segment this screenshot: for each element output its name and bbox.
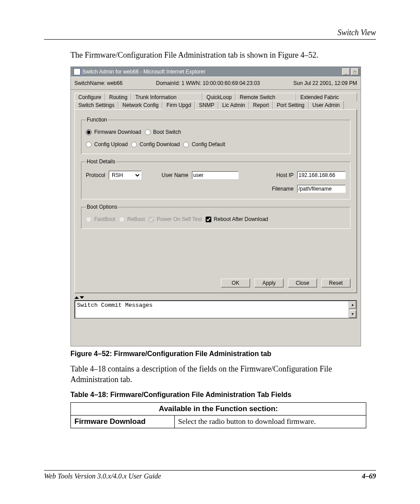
ie-icon [74,68,81,75]
tab-network-config[interactable]: Network Config [118,101,162,110]
radio-reboot: ReBoot [119,216,145,222]
hostip-label: Host IP [276,172,294,178]
radio-boot-switch[interactable]: Boot Switch [145,129,181,135]
header-rule [44,39,376,40]
radio-config-upload[interactable]: Config Upload [86,141,128,147]
scroll-up-icon[interactable]: ▲ [349,301,356,309]
tab-container: Configure Routing Trunk Information Quic… [74,92,357,293]
radio-config-download-label: Config Download [140,141,180,147]
maximize-button[interactable]: □ [351,68,359,75]
figure-caption: Figure 4–52: Firmware/Configuration File… [70,350,376,358]
footer-title: Web Tools Version 3.0.x/4.0.x User Guide [44,472,161,480]
switchname-label: SwitchName: web66 [74,80,122,86]
protocol-select[interactable]: RSH [109,171,141,180]
protocol-label: Protocol [86,172,105,178]
username-label: User Name [162,172,188,178]
tab-user-admin[interactable]: User Admin [309,101,344,110]
dialog-button-row: OK Apply Close Reset [221,279,350,287]
screenshot-window: Switch Admin for web66 - Microsoft Inter… [70,66,361,346]
check-reboot-after-download-label: Reboot After Download [214,216,268,222]
boot-options-legend: Boot Options [86,204,118,210]
tab-port-setting[interactable]: Port Setting [273,101,309,110]
check-reboot-after-download[interactable]: Reboot After Download [206,216,268,222]
figure-4-52: Switch Admin for web66 - Microsoft Inter… [70,66,376,346]
post-figure-paragraph: Table 4–18 contains a description of the… [70,364,376,385]
check-post-input [148,217,154,222]
footer-rule [44,470,376,471]
tab-switch-settings[interactable]: Switch Settings [74,101,118,110]
filename-input[interactable] [297,185,346,193]
tab-row-top: Configure Routing Trunk Information Quic… [74,92,357,101]
table-header: Available in the Function section: [71,403,366,416]
table-caption: Table 4–18: Firmware/Configuration File … [70,391,376,399]
radio-firmware-download[interactable]: Firmware Download [86,129,141,135]
tab-panel-firm-upgd: Function Firmware Download Boot Switch C… [74,109,357,293]
page-number: 4–69 [362,472,376,480]
radio-config-default-input[interactable] [183,142,189,147]
window-title: Switch Admin for web66 - Microsoft Inter… [82,69,341,75]
boot-options-group: Boot Options FastBoot ReBoot Power On Se… [81,204,350,229]
table-4-18: Available in the Function section: Firmw… [70,402,366,428]
radio-reboot-label: ReBoot [127,216,145,222]
minimize-button[interactable]: _ [342,68,350,75]
host-details-legend: Host Details [86,158,116,165]
function-group: Function Firmware Download Boot Switch C… [81,117,350,154]
ok-button[interactable]: OK [221,279,250,287]
radio-config-upload-label: Config Upload [94,141,128,147]
radio-firmware-download-input[interactable] [86,129,92,135]
tab-quickloop[interactable]: QuickLoop [203,93,236,101]
radio-config-default[interactable]: Config Default [183,141,225,147]
radio-fastboot-input [86,217,92,222]
radio-config-download-input[interactable] [131,142,137,147]
radio-firmware-download-label: Firmware Download [94,129,141,135]
timestamp: Sun Jul 22 2001, 12:09 PM [293,80,357,86]
tab-firm-upgd[interactable]: Firm Upgd [162,101,195,110]
tab-extended-fabric[interactable]: Extended Fabric [296,93,357,101]
tab-report[interactable]: Report [249,101,273,110]
page-footer: Web Tools Version 3.0.x/4.0.x User Guide… [44,470,376,480]
close-button[interactable]: Close [288,279,317,287]
domain-wwn: DomainId: 1 WWN: 10:00:00:60:69:04:23:03 [156,80,260,86]
window-titlebar: Switch Admin for web66 - Microsoft Inter… [71,67,361,77]
tab-row-bottom: Switch Settings Network Config Firm Upgd… [74,100,357,109]
username-input[interactable] [192,171,239,179]
filename-label: Filename [272,186,294,192]
tab-routing[interactable]: Routing [105,93,131,101]
reset-button[interactable]: Reset [321,279,350,287]
tab-trunk-information[interactable]: Trunk Information [131,93,203,101]
chevron-down-icon [80,296,84,299]
radio-config-default-label: Config Default [192,141,225,147]
check-post: Power On Self Test [148,216,202,222]
scroll-down-icon[interactable]: ▼ [349,310,356,318]
splitter-grip[interactable] [74,295,357,300]
hostip-input[interactable] [297,171,346,179]
apply-button[interactable]: Apply [254,279,284,287]
commit-messages-box: Switch Commit Messages ▲ ▼ [74,300,357,319]
radio-reboot-input [119,217,125,222]
tab-configure[interactable]: Configure [74,93,105,101]
table-row-val: Select the radio button to download firm… [174,416,366,428]
tab-lic-admin[interactable]: Lic Admin [218,101,249,110]
intro-paragraph: The Firmware/Configuration File Administ… [70,50,376,60]
check-reboot-after-download-input[interactable] [206,217,211,222]
function-legend: Function [86,117,108,123]
host-details-group: Host Details Protocol RSH User Name Host… [81,158,350,199]
tab-snmp[interactable]: SNMP [195,101,218,110]
radio-fastboot: FastBoot [86,216,115,222]
radio-boot-switch-label: Boot Switch [153,129,181,135]
radio-config-upload-input[interactable] [86,142,92,147]
chevron-up-icon [74,296,79,299]
radio-config-download[interactable]: Config Download [131,141,180,147]
radio-boot-switch-input[interactable] [145,129,151,135]
tab-remote-switch[interactable]: Remote Switch [236,93,296,101]
section-header: Switch View [44,28,376,37]
check-post-label: Power On Self Test [157,216,202,222]
radio-fastboot-label: FastBoot [94,216,115,222]
status-bar: SwitchName: web66 DomainId: 1 WWN: 10:00… [71,77,361,90]
scrollbar-vertical[interactable]: ▲ ▼ [349,301,356,318]
table-row-key: Firmware Download [71,416,175,428]
commit-messages-text: Switch Commit Messages [77,302,153,309]
